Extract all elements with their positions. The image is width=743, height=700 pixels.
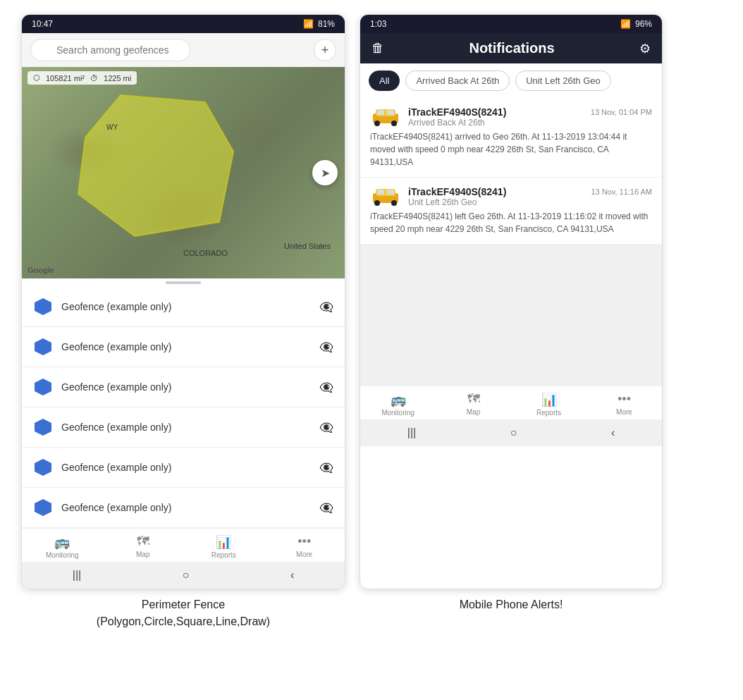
geofence-item-5[interactable]: Geofence (example only) 👁‍🗨 [22, 488, 345, 528]
geofence-eye-icon-5[interactable]: 👁‍🗨 [319, 501, 333, 515]
geofence-item-0[interactable]: Geofence (example only) 👁‍🗨 [22, 287, 345, 327]
scroll-indicator [166, 281, 201, 284]
recent-apps-btn-left[interactable]: ||| [73, 569, 81, 582]
svg-point-10 [391, 121, 397, 126]
geofence-label-0: Geofence (example only) [61, 301, 311, 312]
notif-time-1: 13 Nov, 01:04 PM [591, 108, 652, 116]
svg-marker-1 [35, 298, 51, 315]
notif-body-1: iTrackEF4940S(8241) arrived to Geo 26th.… [370, 130, 652, 168]
reports-label-right: Reports [536, 409, 561, 417]
svg-point-16 [391, 200, 397, 206]
notification-item-1[interactable]: iTrackEF4940S(8241) 13 Nov, 01:04 PM Arr… [360, 98, 662, 178]
geofence-eye-icon-0[interactable]: 👁‍🗨 [319, 300, 333, 314]
wifi-icon-left: 📶 [303, 19, 314, 29]
map-label-co: COLORADO [183, 249, 228, 257]
back-btn-left[interactable]: ‹ [290, 569, 294, 582]
svg-marker-5 [35, 459, 51, 476]
geofence-item-2[interactable]: Geofence (example only) 👁‍🗨 [22, 367, 345, 407]
status-bar-right: 1:03 📶 96% [360, 15, 662, 33]
notif-info-2: iTrackEF4940S(8241) 13 Nov, 11:16 AM Uni… [408, 186, 652, 207]
nav-more-right[interactable]: ••• More [603, 392, 646, 417]
filter-tabs: All Arrived Back At 26th Unit Left 26th … [360, 63, 662, 98]
navigation-button[interactable]: ➤ [312, 160, 338, 185]
geofence-item-3[interactable]: Geofence (example only) 👁‍🗨 [22, 407, 345, 448]
bottom-nav-right: 🚌 Monitoring 🗺 Map 📊 Reports ••• More [360, 386, 662, 419]
monitoring-icon-right: 🚌 [391, 392, 406, 407]
geofence-item-4[interactable]: Geofence (example only) 👁‍🗨 [22, 448, 345, 488]
nav-reports-left[interactable]: 📊 Reports [202, 534, 245, 559]
geofence-icon-2 [33, 377, 53, 397]
geofence-label-1: Geofence (example only) [61, 341, 311, 352]
geofence-eye-icon-4[interactable]: 👁‍🗨 [319, 461, 333, 474]
reports-icon-left: 📊 [216, 534, 231, 550]
reports-label-left: Reports [211, 551, 236, 559]
map-distance-value: 1225 mi [104, 74, 131, 82]
nav-monitoring-left[interactable]: 🚌 Monitoring [41, 534, 83, 559]
geofence-label-2: Geofence (example only) [61, 381, 311, 393]
filter-left[interactable]: Unit Left 26th Geo [515, 70, 611, 91]
geofence-list: Geofence (example only) 👁‍🗨 Geofence (ex… [22, 287, 345, 528]
geofence-label-5: Geofence (example only) [61, 502, 311, 513]
search-input[interactable] [30, 39, 190, 61]
android-nav-left: ||| ○ ‹ [22, 562, 345, 589]
car-avatar-2 [370, 186, 401, 207]
geofence-icon-3 [33, 417, 53, 437]
svg-point-15 [374, 200, 380, 206]
caption-right: Mobile Phone Alerts! [360, 596, 663, 630]
bottom-nav-left: 🚌 Monitoring 🗺 Map 📊 Reports ••• More [22, 528, 345, 562]
notif-info-1: iTrackEF4940S(8241) 13 Nov, 01:04 PM Arr… [408, 106, 652, 128]
notification-item-2[interactable]: iTrackEF4940S(8241) 13 Nov, 11:16 AM Uni… [360, 178, 662, 245]
notification-list: iTrackEF4940S(8241) 13 Nov, 01:04 PM Arr… [360, 98, 662, 386]
svg-point-9 [374, 121, 380, 126]
nav-more-left[interactable]: ••• More [283, 534, 326, 559]
nav-map-right[interactable]: 🗺 Map [453, 392, 495, 417]
nav-reports-right[interactable]: 📊 Reports [528, 392, 570, 417]
status-bar-left: 10:47 📶 81% [22, 15, 345, 33]
more-label-right: More [616, 408, 632, 416]
recent-apps-btn-right[interactable]: ||| [407, 426, 416, 439]
delete-icon[interactable]: 🗑 [372, 41, 384, 56]
add-geofence-button[interactable]: + [314, 39, 336, 61]
notifications-title: Notifications [469, 40, 554, 56]
geofence-eye-icon-1[interactable]: 👁‍🗨 [319, 340, 333, 354]
captions: Perimeter Fence(Polygon,Circle,Square,Li… [0, 589, 743, 630]
geofence-eye-icon-2[interactable]: 👁‍🗨 [319, 381, 333, 394]
device-name-2: iTrackEF4940S(8241) [408, 186, 506, 197]
home-btn-left[interactable]: ○ [183, 569, 190, 582]
filter-all[interactable]: All [369, 70, 400, 91]
google-logo: Google [27, 266, 54, 274]
geofence-icon-4 [33, 458, 53, 477]
battery-left: 81% [318, 19, 335, 29]
map-label-us: United States [284, 242, 331, 250]
monitoring-label-left: Monitoring [46, 551, 79, 559]
filter-arrived[interactable]: Arrived Back At 26th [405, 70, 510, 91]
caption-left-text: Perimeter Fence(Polygon,Circle,Square,Li… [21, 596, 345, 630]
nav-map-left[interactable]: 🗺 Map [122, 534, 164, 559]
caption-left: Perimeter Fence(Polygon,Circle,Square,Li… [21, 596, 345, 630]
map-icon-left: 🗺 [137, 534, 149, 549]
map-label-wy: WY [106, 123, 118, 131]
home-btn-right[interactable]: ○ [510, 426, 517, 439]
svg-marker-0 [78, 95, 233, 236]
map-area: ⬡ 105821 mi² ⏱ 1225 mi ➤ WY United State… [22, 67, 345, 278]
caption-right-text: Mobile Phone Alerts! [360, 596, 663, 613]
settings-icon[interactable]: ⚙ [639, 41, 651, 56]
reports-icon-right: 📊 [541, 392, 557, 407]
time-left: 10:47 [32, 19, 53, 29]
signal-icon-right: 📶 [620, 19, 631, 29]
geofence-eye-icon-3[interactable]: 👁‍🗨 [319, 421, 333, 434]
notif-event-1: Arrived Back At 26th [408, 118, 652, 128]
left-phone: 10:47 📶 81% 🔍 + ⬡ 105821 mi² [21, 14, 345, 589]
geofence-item-1[interactable]: Geofence (example only) 👁‍🗨 [22, 327, 345, 367]
svg-rect-17 [377, 190, 384, 195]
notif-time-2: 13 Nov, 11:16 AM [591, 188, 652, 196]
car-avatar-1 [370, 106, 401, 128]
android-nav-right: ||| ○ ‹ [360, 419, 662, 446]
back-btn-right[interactable]: ‹ [611, 426, 615, 439]
nav-monitoring-right[interactable]: 🚌 Monitoring [377, 392, 419, 417]
map-distance-icon: ⏱ [90, 74, 98, 82]
svg-marker-3 [35, 379, 51, 395]
right-phone: 1:03 📶 96% 🗑 Notifications ⚙ All Arrived… [360, 14, 663, 589]
notif-event-2: Unit Left 26th Geo [408, 197, 652, 207]
map-label-nav-right: Map [467, 408, 480, 416]
